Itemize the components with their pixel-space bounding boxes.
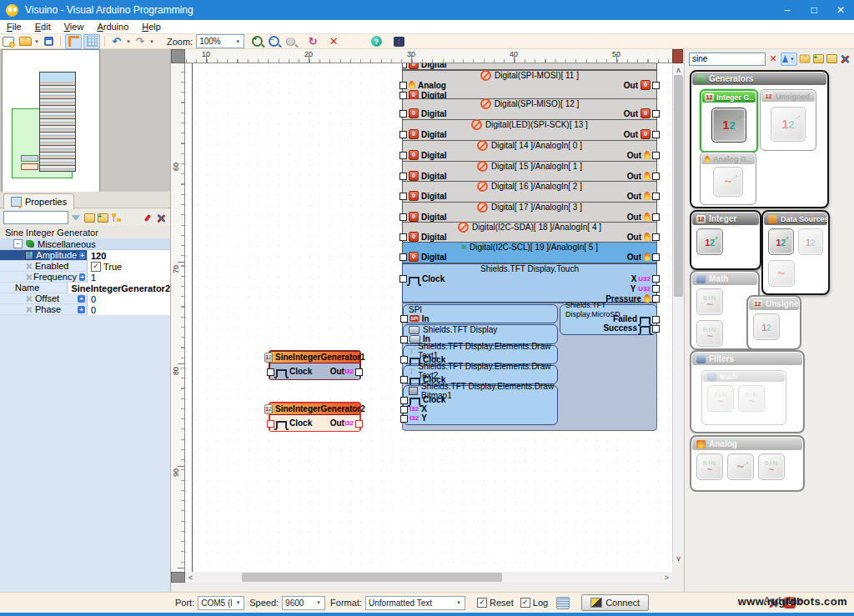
design-minimap[interactable] [2, 49, 100, 193]
properties-filter-input[interactable] [3, 211, 68, 224]
property-row-offset[interactable]: Offset + 0 [0, 293, 170, 304]
log-view-button[interactable] [555, 596, 570, 609]
scroll-left-arrow[interactable]: < [185, 572, 196, 583]
expand-plus-icon[interactable]: + [79, 273, 85, 281]
zoom-combobox[interactable]: 100% ▾ [196, 34, 244, 48]
pin-icon[interactable] [142, 213, 153, 223]
pin-connector[interactable] [399, 213, 407, 221]
pin-connector[interactable] [399, 275, 407, 283]
block-spi[interactable]: SPI SPIIn [403, 304, 558, 323]
property-row-phase[interactable]: Phase + 0 [0, 304, 170, 315]
pin-connector[interactable] [355, 420, 363, 428]
pin-connector[interactable] [399, 253, 407, 261]
scroll-down-arrow[interactable]: ∨ [673, 553, 684, 563]
pin-connector[interactable] [652, 275, 660, 283]
scroll-up-arrow[interactable]: ∧ [673, 64, 684, 75]
category-view-icon[interactable] [83, 213, 95, 223]
log-checkbox[interactable]: ✓ [520, 598, 530, 608]
group-analog-header[interactable]: Analog [692, 438, 802, 450]
expand-categories-icon[interactable] [97, 213, 108, 223]
horizontal-scroll-thumb[interactable] [242, 573, 502, 582]
pin-connector[interactable] [399, 110, 407, 118]
close-button[interactable]: ✕ [827, 0, 854, 20]
component-math-cos[interactable] [696, 320, 723, 347]
component-integer-sine[interactable] [696, 228, 723, 255]
component-filter-sin[interactable] [707, 385, 734, 412]
component-analog-cos[interactable] [758, 453, 785, 480]
component-unsigned-sine-generator[interactable] [771, 107, 806, 142]
log-checkbox-group[interactable]: ✓ Log [520, 598, 548, 608]
component-analog-sin[interactable] [696, 453, 723, 480]
pin-connector[interactable] [652, 295, 660, 303]
group-filters-math-header[interactable]: Math [703, 372, 785, 382]
pin-block-digital-19-selected[interactable]: ≈Digital(I2C-SCL)[ 19 ]/AnalogIn[ 5 ] Di… [402, 243, 657, 263]
pin-connector[interactable] [399, 92, 407, 99]
pin-block-digital-11[interactable]: Digital(SPI-MOSI)[ 11 ] Analog Out Digit… [402, 70, 657, 99]
item-integer-generator[interactable]: Integer G.. [700, 89, 758, 153]
route-wires-toggle[interactable] [65, 34, 82, 49]
pin-connector[interactable] [652, 110, 660, 118]
menu-help[interactable]: Help [135, 21, 168, 33]
pin-connector[interactable] [652, 285, 660, 293]
pin-connector[interactable] [267, 368, 274, 376]
format-combobox[interactable]: Unformatted Text ▾ [365, 596, 465, 610]
group-data-sources-header[interactable]: Data Sources [764, 213, 827, 225]
pin-connector[interactable] [652, 325, 660, 333]
design-canvas[interactable]: Digital Digital(SPI-MOSI)[ 11 ] Analog O… [185, 63, 672, 572]
component-analog-sine-generator[interactable] [713, 167, 743, 197]
new-project-button[interactable] [1, 35, 16, 48]
collapse-all-icon[interactable] [799, 53, 811, 64]
port-combobox[interactable]: COM5 (L ▾ [198, 596, 244, 610]
pin-connector[interactable] [399, 193, 407, 200]
pin-connector[interactable] [652, 213, 660, 221]
canvas-horizontal-scrollbar[interactable]: < > [185, 572, 672, 583]
settings-tools-icon[interactable] [155, 213, 167, 223]
pin-connector[interactable] [400, 406, 408, 413]
collapse-icon[interactable]: – [13, 239, 23, 248]
pin-connector[interactable] [400, 397, 408, 404]
group-filters-header[interactable]: Filters [692, 353, 802, 365]
zoom-out-button[interactable]: – [266, 35, 281, 48]
open-dropdown-arrow[interactable]: ▾ [33, 38, 40, 45]
pin-block-digital-14[interactable]: Digital[ 14 ]/AnalogIn[ 0 ] Digital Out [402, 141, 657, 162]
pin-connector[interactable] [400, 376, 408, 383]
minimize-button[interactable]: – [774, 0, 801, 20]
group-generators-header[interactable]: Generators [692, 73, 826, 85]
zoom-reset-button[interactable] [283, 35, 298, 48]
block-draw-bitmap1[interactable]: Shields.TFT Display.Elements.Draw Bitmap… [403, 385, 558, 425]
grid-toggle[interactable] [83, 34, 100, 49]
open-project-button[interactable] [18, 35, 33, 48]
component-integer-source[interactable] [768, 228, 794, 255]
property-row-frequency[interactable]: Frequency + 1 [0, 272, 170, 283]
menu-view[interactable]: View [58, 21, 91, 33]
block-tft-touch[interactable]: Shields.TFT Display.Touch Clock XU32 YU3… [402, 263, 657, 303]
pin-connector[interactable] [400, 315, 408, 323]
phase-value[interactable]: 0 [87, 304, 170, 315]
pin-block-digital-16[interactable]: Digital[ 16 ]/AnalogIn[ 2 ] Digital Out [402, 182, 657, 203]
pin-connector[interactable] [400, 336, 408, 343]
property-row-enabled[interactable]: Enabled ✓ True [0, 261, 170, 272]
component-integer-sine-generator[interactable] [711, 108, 746, 143]
component-unsigned-source[interactable] [798, 228, 824, 255]
pin-connector[interactable] [652, 82, 660, 89]
delete-button[interactable]: ✕ [326, 35, 341, 48]
pin-connector[interactable] [652, 193, 660, 200]
collapse-group-icon[interactable] [826, 53, 837, 64]
undo-button[interactable]: ↶ [109, 35, 124, 48]
tab-properties[interactable]: Properties [3, 193, 74, 209]
filter-funnel-icon[interactable] [70, 213, 82, 223]
offset-value[interactable]: 0 [87, 293, 170, 304]
undo-dropdown-arrow[interactable]: ▾ [125, 38, 132, 45]
component-math-sin[interactable] [696, 288, 723, 315]
reset-checkbox-group[interactable]: ✓ Reset [477, 598, 514, 608]
tree-view-icon[interactable] [110, 213, 122, 223]
category-row-miscellaneous[interactable]: – Miscellaneous [0, 238, 170, 250]
pin-connector[interactable] [399, 152, 407, 159]
expand-plus-icon[interactable]: + [78, 295, 85, 303]
pin-connector[interactable] [399, 233, 407, 241]
menu-edit[interactable]: Edit [28, 21, 58, 33]
redo-dropdown-arrow[interactable]: ▾ [148, 38, 155, 45]
connect-button[interactable]: Connect [581, 594, 649, 611]
pin-connector[interactable] [400, 415, 408, 423]
pin-connector[interactable] [402, 63, 407, 68]
